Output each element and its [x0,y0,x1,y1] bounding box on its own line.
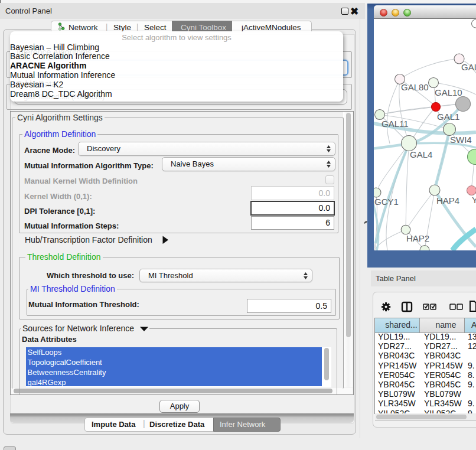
svg-text:GAL1: GAL1 [437,112,459,122]
svg-text:GAL: GAL [461,62,476,72]
svg-text:GCY1: GCY1 [374,197,399,207]
svg-text:GAL11: GAL11 [382,119,409,129]
svg-text:GAL4: GAL4 [410,149,432,159]
svg-text:GAL80: GAL80 [401,82,429,92]
svg-text:Y: Y [472,195,476,205]
svg-text:GAL10: GAL10 [435,87,462,97]
svg-text:HAP4: HAP4 [436,195,459,206]
svg-text:SWI4: SWI4 [450,135,472,145]
svg-text:HAP2: HAP2 [406,233,429,243]
